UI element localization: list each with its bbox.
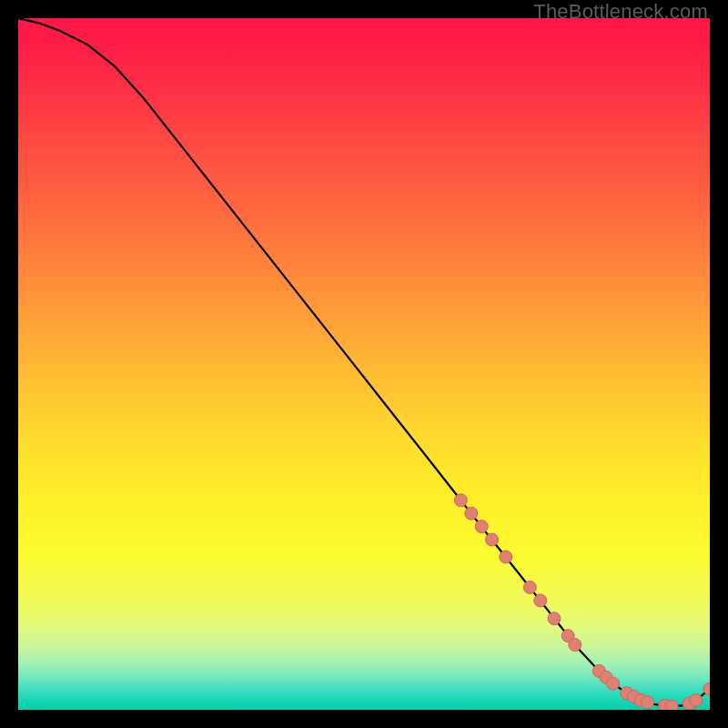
curve-marker: [500, 551, 512, 563]
curve-marker: [607, 677, 620, 690]
curve-marker: [569, 639, 581, 652]
bottleneck-curve-svg: [18, 18, 710, 710]
curve-marker: [454, 494, 467, 507]
curve-marker: [548, 612, 561, 625]
curve-marker: [534, 594, 547, 607]
curve-marker: [486, 533, 499, 546]
curve-marker: [475, 521, 488, 533]
curve-marker: [690, 693, 703, 706]
chart-frame: TheBottleneck.com: [0, 0, 728, 728]
curve-marker: [642, 696, 654, 709]
watermark-text: TheBottleneck.com: [533, 0, 708, 24]
curve-marker: [465, 507, 478, 520]
bottleneck-curve: [18, 18, 710, 706]
curve-marker: [523, 581, 536, 593]
curve-marker: [665, 700, 678, 710]
curve-markers: [454, 494, 710, 710]
